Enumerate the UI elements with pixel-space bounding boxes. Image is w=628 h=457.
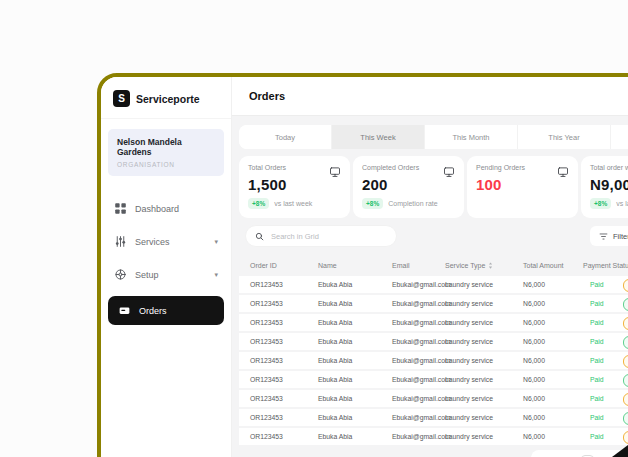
organisation-card[interactable]: Nelson Mandela Gardens ORGANISATION: [108, 129, 224, 176]
cell-order-id: OR123453: [250, 300, 318, 307]
sidebar-item-label: Dashboard: [135, 204, 179, 214]
period-tabbar: Today This Week This Month This Year: [239, 125, 628, 149]
column-header-order-id: Order ID: [250, 262, 318, 269]
stat-card-footer: +8% Completion rate: [362, 198, 455, 209]
cell-email: Ebukai@gmail.com: [392, 376, 445, 383]
stat-card-title: Completed Orders: [362, 164, 455, 171]
table-row[interactable]: OR123453 Ebuka Abia Ebukai@gmail.com Lau…: [239, 314, 628, 331]
sidebar-item-services[interactable]: Services ▾: [101, 225, 231, 258]
setup-helm-icon: [114, 268, 127, 281]
status-pill-cutoff[interactable]: [623, 374, 628, 387]
page-body: Today This Week This Month This Year Tot…: [232, 116, 628, 457]
status-pill-cutoff[interactable]: [623, 393, 628, 406]
cell-total-amount: N6,000: [523, 414, 583, 421]
stat-card-title: Pending Orders: [476, 164, 569, 171]
cell-service-type: Laundry service: [445, 281, 523, 288]
status-pill-cutoff[interactable]: [623, 431, 628, 444]
tab-this-year[interactable]: This Year: [518, 125, 611, 149]
column-header-total-amount: Total Amount: [523, 262, 583, 269]
stat-card-value: 1,500: [248, 176, 341, 193]
stat-card-note: vs last week: [616, 200, 628, 207]
cell-name: Ebuka Abia: [318, 300, 392, 307]
cell-email: Ebukai@gmail.com: [392, 338, 445, 345]
cell-total-amount: N6,000: [523, 300, 583, 307]
cell-service-type: Laundry service: [445, 376, 523, 383]
table-row[interactable]: OR123453 Ebuka Abia Ebukai@gmail.com Lau…: [239, 371, 628, 388]
cell-payment-status: Paid: [583, 414, 623, 421]
cell-name: Ebuka Abia: [318, 414, 392, 421]
table-rows: OR123453 Ebuka Abia Ebukai@gmail.com Lau…: [239, 276, 628, 445]
sidebar-item-dashboard[interactable]: Dashboard: [101, 192, 231, 225]
cell-service-type: Laundry service: [445, 433, 523, 440]
stat-card-total-orders: Total Orders 1,500 +8% vs last week: [239, 156, 350, 218]
status-pill-cutoff[interactable]: [623, 412, 628, 425]
search-box[interactable]: [245, 225, 397, 247]
cell-name: Ebuka Abia: [318, 338, 392, 345]
organisation-name: Nelson Mandela Gardens: [117, 137, 215, 157]
cell-email: Ebukai@gmail.com: [392, 319, 445, 326]
cell-order-id: OR123453: [250, 433, 318, 440]
monitor-icon: [557, 164, 569, 182]
sidebar-nav: Dashboard Services ▾ Setup ▾ Orders: [101, 192, 231, 330]
cell-email: Ebukai@gmail.com: [392, 281, 445, 288]
brand-header: S Serviceporte: [101, 90, 231, 119]
cell-payment-status: Paid: [583, 357, 623, 364]
search-input[interactable]: [269, 231, 387, 242]
cell-name: Ebuka Abia: [318, 357, 392, 364]
stat-card-total-order-worth: Total order worth N9,000 +8% vs last wee…: [581, 156, 628, 218]
tab-label: This Week: [360, 133, 395, 142]
cell-order-id: OR123453: [250, 357, 318, 364]
trend-badge: +8%: [248, 198, 269, 209]
page-title: Orders: [249, 90, 285, 102]
sidebar-item-orders[interactable]: Orders: [108, 296, 224, 325]
app-window: S Serviceporte Nelson Mandela Gardens OR…: [97, 73, 628, 457]
tab-today[interactable]: Today: [239, 125, 332, 149]
cell-email: Ebukai@gmail.com: [392, 414, 445, 421]
column-header-name: Name: [318, 262, 392, 269]
cell-payment-status: Paid: [583, 376, 623, 383]
table-row[interactable]: OR123453 Ebuka Abia Ebukai@gmail.com Lau…: [239, 409, 628, 426]
stat-card-title: Total order worth: [590, 164, 628, 171]
sidebar-item-label: Orders: [139, 306, 167, 316]
cell-total-amount: N6,000: [523, 433, 583, 440]
cell-order-id: OR123453: [250, 338, 318, 345]
sidebar: S Serviceporte Nelson Mandela Gardens OR…: [101, 77, 232, 457]
stat-card-value: 100: [476, 176, 569, 193]
status-pill-cutoff[interactable]: [623, 279, 628, 292]
filters-button[interactable]: Filters: [590, 226, 628, 246]
cell-total-amount: N6,000: [523, 357, 583, 364]
tab-label: Today: [275, 133, 295, 142]
column-header-email: Email: [392, 262, 445, 269]
tabbar-filler: [611, 125, 628, 149]
table-row[interactable]: OR123453 Ebuka Abia Ebukai@gmail.com Lau…: [239, 295, 628, 312]
cell-payment-status: Paid: [583, 300, 623, 307]
table-row[interactable]: OR123453 Ebuka Abia Ebukai@gmail.com Lau…: [239, 428, 628, 445]
column-header-payment-status: Payment Status: [583, 262, 623, 269]
page-header: Orders: [232, 77, 628, 116]
status-pill-cutoff[interactable]: [623, 355, 628, 368]
monitor-icon: [443, 164, 455, 182]
table-row[interactable]: OR123453 Ebuka Abia Ebukai@gmail.com Lau…: [239, 276, 628, 293]
sidebar-item-label: Services: [135, 237, 170, 247]
table-row[interactable]: OR123453 Ebuka Abia Ebukai@gmail.com Lau…: [239, 352, 628, 369]
column-header-service-type[interactable]: Service Type: [445, 262, 523, 269]
table-toolbar: Filters: [239, 225, 628, 247]
brand-name: Serviceporte: [136, 93, 200, 105]
status-pill-cutoff[interactable]: [623, 298, 628, 311]
cell-payment-status: Paid: [583, 338, 623, 345]
status-pill-cutoff[interactable]: [623, 317, 628, 330]
sidebar-item-setup[interactable]: Setup ▾: [101, 258, 231, 291]
trend-badge: +8%: [590, 198, 611, 209]
chevron-down-icon: ▾: [214, 238, 218, 246]
tab-this-month[interactable]: This Month: [425, 125, 518, 149]
table-row[interactable]: OR123453 Ebuka Abia Ebukai@gmail.com Lau…: [239, 390, 628, 407]
table-row[interactable]: OR123453 Ebuka Abia Ebukai@gmail.com Lau…: [239, 333, 628, 350]
stat-card-title: Total Orders: [248, 164, 341, 171]
cell-total-amount: N6,000: [523, 376, 583, 383]
cell-payment-status: Paid: [583, 433, 623, 440]
cell-email: Ebukai@gmail.com: [392, 300, 445, 307]
status-pill-cutoff[interactable]: [623, 336, 628, 349]
tab-this-week[interactable]: This Week: [332, 125, 425, 149]
cell-payment-status: Paid: [583, 319, 623, 326]
cell-payment-status: Paid: [583, 395, 623, 402]
